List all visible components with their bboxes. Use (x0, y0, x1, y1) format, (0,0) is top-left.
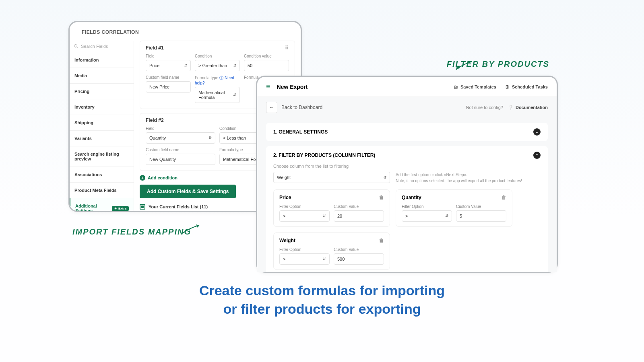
arrow-left-icon: ← (269, 105, 274, 110)
field1-custom-input[interactable]: New Price (146, 81, 191, 93)
filter-title: Quantity (402, 195, 421, 200)
sidebar-item-associations[interactable]: Associations (70, 167, 134, 183)
new-export-panel: ≡ New Export 🗂Saved Templates 🗓Scheduled… (256, 76, 558, 273)
filter-card: Weight🗑 Filter Option>⇵ Custom Value500 (273, 232, 390, 270)
field2-field-select[interactable]: Quantity⇵ (146, 132, 215, 144)
page-title: New Export (277, 84, 308, 90)
section-general[interactable]: 1. GENERAL SETTINGS ⌄ (266, 123, 548, 141)
filter-op-select[interactable]: >⇵ (279, 210, 330, 222)
field1-ftype-select[interactable]: Mathematical Formula⇵ (195, 87, 240, 103)
saved-templates-link[interactable]: 🗂Saved Templates (454, 84, 496, 89)
filter-op-select[interactable]: >⇵ (279, 253, 330, 265)
column-select[interactable]: Weight⇵ (273, 172, 390, 183)
filter-card: Price🗑 Filter Option>⇵ Custom Value20 (273, 189, 390, 227)
section-filter: 2. FILTER BY PRODUCTS (COLUMN FILTER) ⌃ … (266, 146, 548, 272)
sidebar-item-seo[interactable]: Search engine listing preview (70, 146, 134, 167)
back-button[interactable]: ← (266, 102, 277, 113)
sidebar-item-inventory[interactable]: Inventory (70, 99, 134, 115)
plus-icon: + (140, 175, 145, 181)
documentation-link[interactable]: ❔Documentation (508, 105, 548, 110)
filter-card: Quantity🗑 Filter Option>⇵ Custom Value5 (396, 189, 512, 227)
back-label[interactable]: Back to Dashboard (281, 105, 322, 110)
help-icon: ❔ (508, 105, 514, 110)
field1-heading: Field #1 (146, 45, 164, 51)
sidebar-item-additional[interactable]: Additional Settings ✦ Extra (70, 198, 134, 212)
headline: Create custom formulas for importingor f… (0, 282, 644, 319)
hamburger-icon[interactable]: ≡ (266, 82, 270, 91)
field1-cond-select[interactable]: > Greater than⇵ (195, 60, 240, 71)
trash-icon[interactable]: 🗑 (379, 238, 384, 243)
chevron-up-icon[interactable]: ⌃ (533, 152, 541, 159)
save-button[interactable]: Add Custom Fields & Save Settings (140, 185, 236, 198)
sidebar-item-pricing[interactable]: Pricing (70, 84, 134, 99)
callout-import: IMPORT FIELDS MAPPING (72, 227, 191, 237)
filter-hint: Choose column from the list to filtering (273, 164, 541, 169)
svg-line-1 (77, 47, 78, 48)
template-icon: 🗂 (454, 84, 458, 89)
arrow-icon (181, 223, 201, 235)
fields-sidebar: Search Fields Information Media Pricing … (70, 41, 134, 211)
filter-title: Weight (279, 238, 295, 243)
filter-title: Price (279, 195, 291, 200)
filter-val-input[interactable]: 5 (456, 210, 506, 222)
trash-icon[interactable]: 🗑 (502, 195, 506, 200)
list-icon (140, 204, 145, 210)
filter-val-input[interactable]: 500 (334, 253, 384, 265)
search-input[interactable]: Search Fields (70, 41, 134, 52)
filter-op-select[interactable]: >⇵ (402, 210, 452, 222)
svg-point-0 (74, 45, 77, 47)
schedule-icon: 🗓 (505, 84, 510, 89)
sidebar-item-shipping[interactable]: Shipping (70, 115, 134, 131)
scheduled-tasks-link[interactable]: 🗓Scheduled Tasks (505, 84, 548, 89)
filter-val-input[interactable]: 20 (334, 210, 384, 222)
sidebar-item-meta[interactable]: Product Meta Fields (70, 183, 134, 198)
trash-icon[interactable]: 🗑 (379, 195, 384, 200)
panel-title: FIELDS CORRELATION (70, 22, 301, 41)
sidebar-item-variants[interactable]: Variants (70, 131, 134, 146)
arrow-icon (454, 60, 474, 72)
filter-note: Add the first option or click «Next Step… (396, 172, 522, 184)
sidebar-item-information[interactable]: Information (70, 52, 134, 68)
drag-icon[interactable]: ⠿ (285, 45, 289, 51)
field1-condval-input[interactable]: 50 (244, 60, 289, 71)
search-icon (74, 44, 78, 49)
sidebar-item-media[interactable]: Media (70, 68, 134, 84)
field2-heading: Field #2 (146, 117, 164, 123)
config-hint: Not sure to config? (466, 105, 503, 110)
field2-custom-input[interactable]: New Quantity (146, 154, 215, 165)
extra-badge: ✦ Extra (112, 206, 129, 211)
chevron-down-icon[interactable]: ⌄ (533, 128, 541, 136)
field1-field-select[interactable]: Price⇵ (146, 60, 191, 71)
